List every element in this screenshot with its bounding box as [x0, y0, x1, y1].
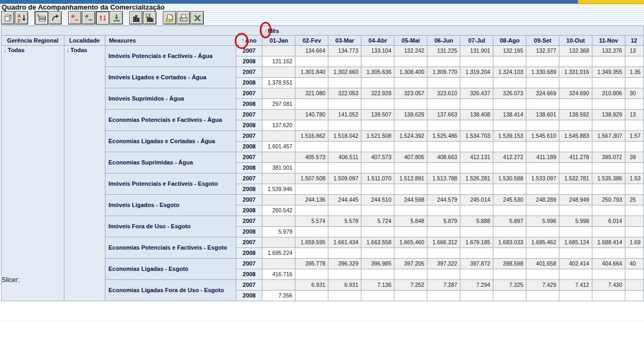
year-cell[interactable]: 2008 [236, 78, 262, 88]
year-cell[interactable]: 2007 [236, 152, 262, 163]
year-cell[interactable]: 2008 [236, 142, 262, 152]
value-cell [592, 248, 625, 259]
month-column-header[interactable]: 10-Out [559, 36, 592, 46]
value-cell: 1.349.355 [592, 67, 625, 78]
year-cell[interactable]: 2007 [236, 280, 262, 291]
value-cell: 138.629 [394, 110, 427, 120]
month-column-header[interactable]: 09-Set [526, 36, 559, 46]
value-cell: 1.69 [625, 237, 643, 248]
excel-export-button[interactable] [191, 11, 204, 24]
ano-column-header[interactable]: ↑Ano [236, 36, 262, 46]
sort-az-button[interactable]: A Z [15, 11, 28, 24]
value-cell: 1.53 [625, 174, 643, 184]
month-column-header[interactable]: 03-Mar [328, 36, 361, 46]
year-cell[interactable]: 2007 [236, 237, 262, 248]
year-cell[interactable]: 2008 [236, 56, 262, 67]
year-cell[interactable]: 2008 [236, 120, 262, 131]
drill-down-button[interactable] [110, 11, 123, 24]
gerencia-regional-column-header[interactable]: Gerência Regional [2, 36, 64, 46]
measure-cell[interactable]: Imóveis Potenciais e Factíveis - Água [105, 46, 236, 67]
year-cell[interactable]: 2007 [236, 174, 262, 184]
year-cell[interactable]: 2008 [236, 205, 262, 216]
measure-cell[interactable]: Imóveis Ligados e Cortados - Água [105, 67, 236, 88]
value-cell: 411.189 [526, 152, 559, 163]
year-cell[interactable]: 2008 [236, 163, 262, 174]
chart-button[interactable] [129, 11, 143, 24]
value-cell [625, 99, 643, 110]
measure-cell[interactable]: Imóveis Potenciais e Factíveis - Esgoto [105, 174, 236, 195]
year-cell[interactable]: 2008 [236, 184, 262, 195]
month-column-header[interactable]: 04-Abr [361, 36, 394, 46]
year-cell[interactable]: 2007 [236, 216, 262, 227]
value-cell [295, 269, 328, 280]
value-cell: 1.679.185 [460, 237, 493, 248]
measure-cell[interactable]: Economias Ligadas Fora de Uso - Esgoto [105, 280, 236, 301]
cube-button[interactable] [1, 11, 14, 24]
value-cell: 13 [625, 46, 643, 56]
measure-cell[interactable]: Economias Potenciais e Factíveis - Água [105, 110, 236, 131]
measure-cell[interactable]: Economias Ligadas e Cortadas - Água [105, 131, 236, 152]
measure-cell[interactable]: Economias Potenciais e Factíveis - Esgot… [105, 237, 236, 259]
month-column-header[interactable]: 08-Ago [493, 36, 526, 46]
value-cell [394, 99, 427, 110]
filter-cell-gerencia[interactable]: ↓Todas [2, 46, 64, 301]
value-cell [295, 120, 328, 131]
filter-down-icon: ↓ [4, 47, 7, 53]
value-cell [361, 184, 394, 195]
value-cell [493, 99, 526, 110]
toolbar-group: A Z [1, 11, 29, 24]
value-cell [559, 269, 592, 280]
mes-dimension-header[interactable]: ↑Mês [262, 26, 644, 36]
year-cell[interactable]: 2007 [236, 259, 262, 269]
expand-collapse-blue-button[interactable] [82, 11, 95, 24]
localidade-column-header[interactable]: Localidade [64, 36, 105, 46]
value-cell: 1.516.862 [295, 131, 328, 142]
year-cell[interactable]: 2007 [236, 110, 262, 120]
chart-options-button[interactable] [143, 11, 156, 24]
measure-cell[interactable]: Imóveis Suprimidos - Água [105, 88, 236, 110]
month-column-header[interactable]: 05-Mai [394, 36, 427, 46]
value-cell [328, 269, 361, 280]
year-cell[interactable]: 2007 [236, 195, 262, 205]
value-cell [361, 227, 394, 237]
measure-cell[interactable]: Economias Suprimidas - Água [105, 152, 236, 174]
month-column-header[interactable]: 07-Jul [460, 36, 493, 46]
year-cell[interactable]: 2008 [236, 291, 262, 301]
month-column-header[interactable]: 02-Fev [295, 36, 328, 46]
month-column-header[interactable]: 12 [625, 36, 643, 46]
month-column-header[interactable]: 01-Jan [262, 36, 295, 46]
year-cell[interactable]: 2007 [236, 46, 262, 56]
value-cell: 7.294 [460, 280, 493, 291]
value-cell [262, 259, 295, 269]
pivot-rotate-button[interactable] [48, 11, 62, 24]
sort-direction-button[interactable] [96, 11, 109, 24]
value-cell [262, 216, 295, 227]
value-cell: 1.530.588 [493, 174, 526, 184]
value-cell [493, 248, 526, 259]
export-preview-button[interactable] [163, 11, 176, 24]
print-button[interactable] [177, 11, 190, 24]
suppress-empty-button[interactable]: 0 [35, 11, 48, 24]
year-cell[interactable]: 2007 [236, 88, 262, 99]
filter-cell-localidade[interactable]: ↓Todas [64, 46, 105, 301]
month-column-header[interactable]: 06-Jun [427, 36, 460, 46]
expand-collapse-red-button[interactable] [68, 11, 81, 24]
value-cell: 5.897 [493, 216, 526, 227]
measure-cell[interactable]: Imóveis Fora de Uso - Esgoto [105, 216, 236, 237]
year-cell[interactable]: 2008 [236, 99, 262, 110]
value-cell [295, 184, 328, 195]
measure-cell[interactable]: Imóveis Ligados - Esgoto [105, 195, 236, 216]
year-cell[interactable]: 2007 [236, 131, 262, 142]
month-column-header[interactable]: 11-Nov [592, 36, 625, 46]
value-cell [262, 131, 295, 142]
year-cell[interactable]: 2008 [236, 227, 262, 237]
value-cell: 7.356 [262, 291, 295, 301]
value-cell [394, 227, 427, 237]
value-cell [262, 152, 295, 163]
measure-cell[interactable]: Economias Ligadas - Esgoto [105, 259, 236, 280]
year-cell[interactable]: 2007 [236, 67, 262, 78]
value-cell: 5.724 [361, 216, 394, 227]
year-cell[interactable]: 2008 [236, 248, 262, 259]
measures-column-header[interactable]: Measures [105, 36, 236, 46]
year-cell[interactable]: 2008 [236, 269, 262, 280]
